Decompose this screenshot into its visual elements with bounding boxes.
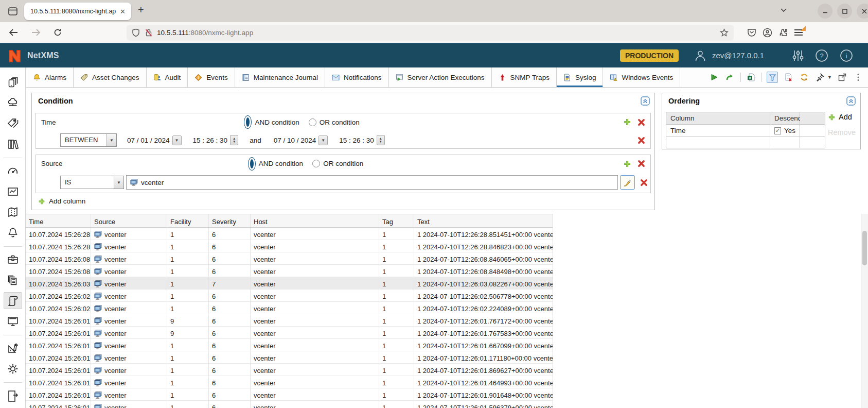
- table-row[interactable]: 10.07.2024 15:26:01vcenter16vcenter11 20…: [26, 401, 553, 408]
- tab-notifications[interactable]: Notifications: [325, 67, 389, 87]
- add-time-rule-icon[interactable]: [623, 118, 631, 126]
- new-tab-button[interactable]: +: [138, 4, 144, 16]
- extensions-puzzle-icon[interactable]: [778, 28, 788, 37]
- tab-maintenance-journal[interactable]: Maintenance Journal: [235, 67, 325, 87]
- refresh-icon[interactable]: [799, 72, 810, 83]
- sidebar-item-map[interactable]: [4, 203, 22, 220]
- tab-alarms[interactable]: Alarms: [26, 67, 74, 87]
- pin-icon[interactable]: [814, 72, 826, 83]
- column-header-text[interactable]: Text: [414, 214, 553, 227]
- browser-tab[interactable]: 10.5.5.111:8080/nxmc-light.ap ✕: [24, 3, 131, 20]
- sidebar-item-line-chart[interactable]: [4, 183, 22, 200]
- time-and-radio[interactable]: [244, 115, 252, 129]
- sliders-icon[interactable]: [792, 49, 804, 62]
- column-header-facility[interactable]: Facility: [167, 214, 209, 227]
- tab-asset-changes[interactable]: Asset Changes: [74, 67, 147, 87]
- insecure-lock-icon[interactable]: [145, 28, 153, 37]
- sidebar-item-library-books[interactable]: [4, 135, 22, 152]
- back-icon[interactable]: [5, 25, 22, 40]
- maximize-icon[interactable]: [837, 4, 852, 19]
- table-row[interactable]: 10.07.2024 15:26:02vcenter16vcenter11 20…: [26, 290, 553, 302]
- bookmark-star-icon[interactable]: [720, 28, 729, 37]
- column-header-host[interactable]: Host: [251, 214, 379, 227]
- table-row[interactable]: 10.07.2024 15:26:02vcenter16vcenter11 20…: [26, 302, 553, 314]
- time-from-spinner[interactable]: ▲▼: [230, 135, 238, 145]
- close-icon[interactable]: [857, 4, 868, 19]
- add-source-rule-icon[interactable]: [623, 160, 631, 168]
- open-external-icon[interactable]: [837, 72, 848, 83]
- table-row[interactable]: 10.07.2024 15:26:08vcenter16vcenter11 20…: [26, 252, 553, 265]
- tab-list-chevron-icon[interactable]: [780, 6, 787, 14]
- address-bar[interactable]: 10.5.5.111:8080/nxmc-light.app: [127, 25, 734, 41]
- menu-hamburger-icon[interactable]: [794, 28, 803, 37]
- table-row[interactable]: 10.07.2024 15:26:03vcenter17vcenter11 20…: [26, 277, 553, 290]
- kebab-menu-icon[interactable]: [853, 72, 864, 83]
- table-row[interactable]: 10.07.2024 15:26:01vcenter16vcenter11 20…: [26, 388, 553, 401]
- sidebar-item-exit-door[interactable]: [4, 387, 22, 404]
- ordering-add-button[interactable]: Add: [828, 113, 856, 121]
- tab-windows-events[interactable]: !Windows Events: [603, 67, 680, 87]
- table-row[interactable]: 10.07.2024 15:26:01vcenter16vcenter11 20…: [26, 376, 553, 388]
- firefox-view-icon[interactable]: [4, 4, 22, 19]
- source-value-input[interactable]: vcenter: [126, 175, 618, 190]
- export-excel-icon[interactable]: X: [746, 72, 757, 83]
- time-from-value[interactable]: 15 : 26 : 30: [193, 137, 228, 144]
- sidebar-item-gear[interactable]: [4, 361, 22, 378]
- column-header-severity[interactable]: Severity: [209, 214, 251, 227]
- table-row[interactable]: 10.07.2024 15:26:01vcenter16vcenter11 20…: [26, 351, 553, 364]
- date-to-value[interactable]: 07 / 10 / 2024: [274, 137, 316, 144]
- vertical-scrollbar[interactable]: [861, 214, 868, 408]
- remove-source-rule-icon[interactable]: [640, 179, 648, 186]
- sidebar-item-bell-outline[interactable]: [4, 224, 22, 241]
- clear-filter-doc-icon[interactable]: [783, 72, 794, 83]
- reload-icon[interactable]: [49, 25, 66, 40]
- tab-server-action-executions[interactable]: Server Action Executions: [389, 67, 492, 87]
- filter-funnel-icon[interactable]: [767, 72, 778, 83]
- tab-events[interactable]: !Events: [188, 67, 235, 87]
- table-row[interactable]: 10.07.2024 15:26:28vcenter16vcenter11 20…: [26, 240, 553, 252]
- remove-time-rule-icon[interactable]: [637, 137, 645, 144]
- remove-time-condition-icon[interactable]: [637, 118, 645, 126]
- shield-icon[interactable]: [132, 28, 140, 37]
- date-from-value[interactable]: 07 / 01 / 2024: [127, 137, 170, 144]
- sidebar-item-documents[interactable]: [4, 272, 22, 289]
- ordering-col-column[interactable]: Column: [666, 112, 770, 125]
- tab-snmp-traps[interactable]: SNMP Traps: [492, 67, 557, 87]
- date-from-dropdown-icon[interactable]: ▼: [172, 135, 182, 145]
- tab-close-icon[interactable]: ✕: [118, 8, 127, 15]
- sidebar-item-briefcase[interactable]: [4, 251, 22, 268]
- resume-arrow-icon[interactable]: [724, 72, 736, 83]
- sidebar-item-mobile-devices[interactable]: [4, 74, 22, 91]
- minimize-icon[interactable]: [818, 4, 832, 19]
- time-to-value[interactable]: 15 : 26 : 30: [339, 137, 374, 144]
- descending-checkbox[interactable]: ✓: [774, 127, 781, 134]
- table-row[interactable]: 10.07.2024 15:26:01vcenter96vcenter11 20…: [26, 314, 553, 327]
- time-to-spinner[interactable]: ▲▼: [377, 135, 385, 145]
- pocket-icon[interactable]: [747, 28, 756, 37]
- execute-play-icon[interactable]: [708, 72, 720, 83]
- forward-icon[interactable]: [28, 25, 44, 40]
- tab-syslog[interactable]: Syslog: [557, 67, 604, 87]
- scrollbar-thumb[interactable]: [862, 231, 867, 265]
- collapse-icon[interactable]: [641, 96, 650, 106]
- ordering-col-descending[interactable]: Descend: [770, 112, 800, 125]
- select-object-brush-button[interactable]: [620, 175, 635, 190]
- collapse-icon[interactable]: [846, 96, 856, 106]
- remove-source-condition-icon[interactable]: [637, 160, 645, 167]
- source-operator-select[interactable]: IS ▼: [60, 176, 124, 189]
- sidebar-item-gauge[interactable]: [4, 163, 22, 180]
- sidebar-item-cloud-network[interactable]: [4, 95, 22, 112]
- sidebar-item-tag-outline[interactable]: [4, 115, 22, 132]
- table-row[interactable]: 10.07.2024 15:26:28vcenter16vcenter11 20…: [26, 228, 553, 240]
- time-or-radio[interactable]: [309, 118, 316, 126]
- table-row[interactable]: 10.07.2024 15:26:01vcenter96vcenter11 20…: [26, 327, 553, 339]
- user-menu[interactable]: zev@127.0.0.1: [694, 49, 764, 62]
- sidebar-item-monitor-screen[interactable]: [4, 313, 22, 330]
- add-column-button[interactable]: Add column: [38, 197, 85, 205]
- table-row[interactable]: 10.07.2024 15:26:01vcenter16vcenter11 20…: [26, 364, 553, 376]
- column-header-source[interactable]: Source: [91, 214, 167, 227]
- column-header-time[interactable]: Time: [26, 214, 91, 227]
- ordering-row-time[interactable]: Time ✓Yes: [666, 125, 825, 137]
- column-header-tag[interactable]: Tag: [379, 214, 414, 227]
- sidebar-item-scroll[interactable]: [4, 292, 22, 309]
